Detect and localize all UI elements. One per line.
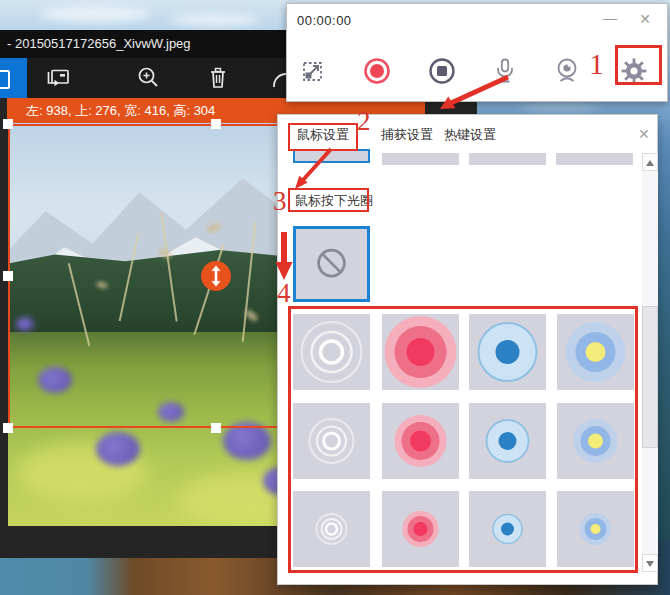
zoom-in-button[interactable]	[133, 63, 163, 93]
picture-in-picture-button[interactable]	[44, 63, 74, 93]
recorder-close-button[interactable]: ✕	[639, 11, 651, 27]
webcam-icon	[550, 54, 584, 88]
tab-capture-settings[interactable]: 捕获设置	[381, 126, 433, 144]
panel-close-button[interactable]: ✕	[638, 126, 650, 142]
halo-option-white-rings-row2[interactable]	[293, 403, 370, 479]
recorder-window: 00:00:00 — ✕	[286, 3, 668, 102]
tab-hotkey-settings[interactable]: 热键设置	[444, 126, 496, 144]
tab-mouse-settings[interactable]: 鼠标设置	[297, 126, 349, 144]
picture-in-picture-icon	[44, 63, 74, 93]
minimize-button[interactable]: —	[603, 10, 617, 26]
trash-icon	[203, 63, 233, 93]
halo-option-blue-dot-row1[interactable]	[469, 314, 546, 390]
halo-option-blue-yellow-row3[interactable]	[557, 491, 634, 567]
halo-option-red-halo-row2[interactable]	[382, 403, 459, 479]
microphone-button[interactable]	[488, 54, 522, 88]
halo-option-blue-yellow-row1[interactable]	[557, 314, 634, 390]
scrollbar-up-button[interactable]	[642, 153, 658, 171]
microphone-icon	[488, 54, 522, 88]
stop-icon	[425, 54, 459, 88]
scrollbar-thumb[interactable]	[642, 306, 658, 448]
halo-option-blue-dot-row3[interactable]	[469, 491, 546, 567]
no-halo-icon	[296, 229, 367, 299]
webcam-button[interactable]	[550, 54, 584, 88]
halo-option-white-rings-row3[interactable]	[293, 491, 370, 567]
section-label-mouse-down-halo: 鼠标按下光圈	[295, 192, 373, 210]
scrolled-option[interactable]	[469, 153, 546, 165]
settings-button[interactable]	[617, 54, 651, 88]
crop-icon	[0, 70, 10, 89]
halo-option-blue-yellow-row2[interactable]	[557, 403, 634, 479]
screen: - 20150517172656_XivwW.jpeg	[0, 0, 670, 595]
delete-button[interactable]	[203, 63, 233, 93]
resize-vertical-icon	[201, 261, 231, 291]
editor-title: - 20150517172656_XivwW.jpeg	[7, 36, 191, 51]
timer: 00:00:00	[297, 13, 352, 28]
handle-top-left[interactable]	[3, 119, 13, 129]
up-arrow-icon	[646, 160, 654, 166]
scrolled-option-selected[interactable]	[293, 149, 370, 163]
scrolled-option[interactable]	[382, 153, 459, 165]
down-arrow-icon	[646, 561, 654, 567]
scrollbar-down-button[interactable]	[642, 554, 658, 572]
handle-bottom-left[interactable]	[3, 423, 13, 433]
halo-option-white-rings-row1[interactable]	[293, 314, 370, 390]
resize-region-icon	[297, 54, 331, 88]
halo-option-blue-dot-row2[interactable]	[469, 403, 546, 479]
record-button[interactable]	[360, 54, 394, 88]
crop-tool-button[interactable]	[0, 58, 27, 98]
handle-left-middle[interactable]	[3, 271, 13, 281]
halo-option-red-halo-row1[interactable]	[382, 314, 459, 390]
halo-option-none[interactable]	[293, 226, 370, 302]
halo-option-red-halo-row3[interactable]	[382, 491, 459, 567]
zoom-in-icon	[133, 63, 163, 93]
settings-panel: 鼠标设置 捕获设置 热键设置 ✕ 鼠标按下光圈	[277, 114, 658, 585]
record-icon	[360, 54, 394, 88]
stop-button[interactable]	[425, 54, 459, 88]
handle-bottom-middle[interactable]	[211, 423, 221, 433]
move-selection-button[interactable]	[201, 261, 231, 291]
gear-icon	[617, 54, 651, 88]
handle-top-middle[interactable]	[211, 119, 221, 129]
scrolled-option[interactable]	[556, 153, 633, 165]
resize-region-button[interactable]	[297, 54, 331, 88]
